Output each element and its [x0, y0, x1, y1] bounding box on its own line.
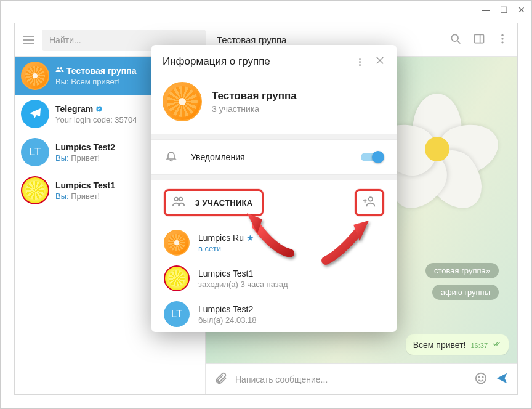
chat-preview: Вы: Всем привет! [55, 77, 136, 86]
members-count-button[interactable]: 3 УЧАСТНИКА [164, 189, 264, 216]
modal-header: Информация о группе [151, 45, 397, 78]
member-status: был(а) 24.03.18 [198, 315, 256, 325]
minimize-button[interactable]: — [482, 5, 490, 15]
modal-title: Информация о группе [163, 55, 353, 68]
svg-point-0 [451, 34, 458, 41]
notifications-toggle[interactable] [361, 153, 383, 161]
group-avatar[interactable] [163, 82, 202, 121]
message-time: 16:37 [470, 342, 488, 349]
member-row-lumpics-ru[interactable]: Lumpics Ru★ в сети [151, 225, 397, 261]
bg-flower-decoration [382, 94, 493, 204]
avatar [21, 176, 49, 204]
avatar [21, 62, 49, 90]
composer-input[interactable]: Написать сообщение... [235, 375, 467, 384]
svg-point-6 [501, 41, 503, 43]
member-name: Lumpics Test2 [198, 304, 256, 314]
avatar [164, 265, 190, 291]
admin-star-icon: ★ [246, 233, 254, 243]
chat-header-title[interactable]: Тестовая группа [206, 34, 449, 45]
svg-point-5 [501, 38, 503, 39]
modal-close-button[interactable] [374, 55, 385, 68]
chat-preview: Your login code: 35704 [55, 115, 137, 124]
group-member-count: 3 участника [212, 104, 297, 114]
add-member-button[interactable] [355, 189, 384, 216]
group-name: Тестовая группа [212, 90, 297, 102]
message-status-icon [493, 339, 501, 350]
svg-point-12 [175, 198, 179, 201]
chat-title-text: Telegram [55, 104, 93, 114]
svg-rect-2 [475, 34, 484, 43]
message-bubble-outgoing[interactable]: Всем привет! 16:37 [406, 334, 509, 355]
message-composer: Написать сообщение... [206, 363, 517, 394]
group-icon [55, 65, 64, 76]
member-name: Lumpics Test1 [198, 269, 288, 278]
member-row-lumpics-test1[interactable]: Lumpics Test1 заходил(а) 3 часа назад [151, 261, 397, 296]
svg-point-13 [179, 198, 183, 201]
avatar: LT [164, 301, 190, 327]
member-status: заходил(а) 3 часа назад [198, 280, 288, 289]
verified-icon [95, 105, 103, 113]
divider [151, 134, 397, 140]
chat-preview: Вы: Привет! [55, 192, 115, 201]
member-name: Lumpics Ru [198, 233, 244, 243]
avatar: LT [21, 138, 49, 166]
system-message: стовая группа» [425, 263, 499, 278]
more-menu-button[interactable] [496, 33, 509, 47]
members-header-label: 3 УЧАСТНИКА [195, 198, 253, 208]
sidebar-toggle-button[interactable] [473, 33, 485, 47]
chat-title-text: Тестовая группа [66, 66, 136, 76]
svg-point-8 [478, 376, 480, 378]
system-message: афию группы [432, 285, 499, 300]
chat-title-text: Lumpics Test2 [55, 142, 115, 152]
group-summary: Тестовая группа 3 участника [151, 78, 397, 134]
close-window-button[interactable]: ✕ [518, 5, 525, 15]
divider [151, 174, 397, 180]
modal-more-button[interactable] [353, 58, 366, 66]
native-titlebar: — ☐ ✕ [1, 1, 531, 19]
avatar [164, 230, 190, 256]
message-text: Всем привет! [413, 340, 466, 350]
svg-point-9 [482, 376, 483, 378]
svg-point-14 [369, 197, 373, 201]
avatar [21, 100, 49, 128]
person-add-icon [363, 195, 376, 208]
chat-preview: Вы: Привет! [55, 153, 115, 163]
header-actions [449, 33, 517, 47]
group-info-modal: Информация о группе Тестовая группа 3 уч… [151, 45, 397, 332]
emoji-button[interactable] [474, 371, 488, 387]
search-in-chat-button[interactable] [449, 33, 462, 47]
main-menu-button[interactable] [15, 36, 42, 44]
send-button[interactable] [495, 371, 509, 387]
svg-point-4 [501, 34, 503, 36]
member-row-lumpics-test2[interactable]: LT Lumpics Test2 был(а) 24.03.18 [151, 296, 397, 332]
members-header-row: 3 УЧАСТНИКА [151, 180, 397, 225]
bell-icon [165, 150, 177, 164]
chat-title-text: Lumpics Test1 [55, 180, 115, 190]
maximize-button[interactable]: ☐ [500, 5, 508, 15]
notifications-label: Уведомления [191, 152, 347, 162]
svg-point-7 [476, 373, 486, 383]
attach-button[interactable] [214, 371, 228, 387]
hamburger-icon [23, 36, 34, 44]
members-icon [172, 195, 185, 211]
notifications-row[interactable]: Уведомления [151, 140, 397, 174]
member-status: в сети [198, 244, 254, 253]
app-window: — ☐ ✕ Найти... Тестовая группа [0, 0, 532, 409]
svg-line-1 [457, 41, 460, 43]
